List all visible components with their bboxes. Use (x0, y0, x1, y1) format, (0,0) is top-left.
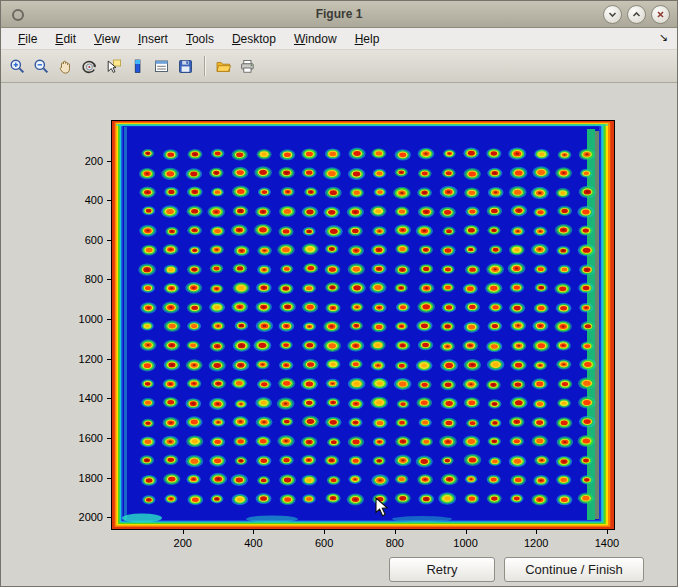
menu-view[interactable]: View (85, 32, 129, 46)
y-tick-label: 1600 (79, 432, 103, 444)
y-tick-label: 400 (85, 194, 103, 206)
menu-insert[interactable]: Insert (129, 32, 177, 46)
menu-edit[interactable]: Edit (46, 32, 85, 46)
print-icon (239, 58, 256, 75)
x-tick-mark (253, 529, 254, 534)
window-title: Figure 1 (1, 1, 677, 27)
zoom-in-icon (9, 58, 26, 75)
legend-icon (153, 58, 170, 75)
heatmap-image[interactable] (112, 121, 614, 529)
figure-canvas: 2004006008001000120014001600180020002004… (1, 83, 677, 586)
retry-button[interactable]: Retry (389, 557, 495, 582)
rotate-3d-button[interactable] (78, 54, 101, 78)
y-tick-label: 600 (85, 234, 103, 246)
chevron-up-icon (631, 9, 642, 20)
titlebar[interactable]: Figure 1 (1, 1, 677, 28)
pan-hand-icon (57, 58, 74, 75)
y-tick-mark (107, 398, 112, 399)
x-tick-mark (395, 529, 396, 534)
x-tick-mark (466, 529, 467, 534)
y-tick-label: 1000 (79, 313, 103, 325)
figure-window: Figure 1 File Edit View Insert Tools Des… (0, 0, 678, 587)
y-tick-mark (107, 438, 112, 439)
y-tick-label: 1800 (79, 472, 103, 484)
x-tick-label: 600 (315, 537, 333, 549)
colorbar-icon (129, 58, 146, 75)
x-tick-mark (607, 529, 608, 534)
x-tick-mark (536, 529, 537, 534)
insert-colorbar-button[interactable] (126, 54, 149, 78)
y-tick-mark (107, 240, 112, 241)
x-tick-mark (183, 529, 184, 534)
zoom-in-button[interactable] (6, 54, 29, 78)
minimize-button[interactable] (603, 5, 622, 24)
save-icon (177, 58, 194, 75)
y-tick-mark (107, 517, 112, 518)
x-tick-label: 200 (174, 537, 192, 549)
x-tick-label: 800 (386, 537, 404, 549)
window-controls (603, 5, 670, 24)
x-tick-label: 400 (244, 537, 262, 549)
data-cursor-icon (105, 58, 122, 75)
toolbar-separator (204, 56, 205, 76)
close-button[interactable] (651, 5, 670, 24)
y-tick-mark (107, 359, 112, 360)
y-tick-label: 200 (85, 155, 103, 167)
figure-toolbar (1, 50, 677, 83)
zoom-out-icon (33, 58, 50, 75)
x-tick-label: 1200 (524, 537, 548, 549)
y-tick-mark (107, 161, 112, 162)
insert-legend-button[interactable] (150, 54, 173, 78)
menu-file[interactable]: File (9, 32, 46, 46)
chevron-down-icon (607, 9, 618, 20)
y-tick-mark (107, 478, 112, 479)
menu-desktop[interactable]: Desktop (223, 32, 285, 46)
x-tick-mark (324, 529, 325, 534)
x-tick-label: 1400 (595, 537, 619, 549)
y-tick-label: 800 (85, 273, 103, 285)
data-cursor-button[interactable] (102, 54, 125, 78)
open-folder-icon (215, 58, 232, 75)
zoom-out-button[interactable] (30, 54, 53, 78)
continue-finish-button[interactable]: Continue / Finish (504, 557, 644, 582)
y-tick-mark (107, 279, 112, 280)
menubar: File Edit View Insert Tools Desktop Wind… (1, 28, 677, 50)
menu-help[interactable]: Help (346, 32, 389, 46)
y-tick-label: 2000 (79, 511, 103, 523)
open-file-button[interactable] (212, 54, 235, 78)
y-tick-label: 1200 (79, 353, 103, 365)
x-tick-label: 1000 (453, 537, 477, 549)
maximize-button[interactable] (627, 5, 646, 24)
plot-area: 2004006008001000120014001600180020002004… (111, 120, 615, 530)
menu-overflow-icon[interactable]: ↘ (659, 31, 668, 44)
menu-tools[interactable]: Tools (177, 32, 223, 46)
menu-window[interactable]: Window (285, 32, 346, 46)
y-tick-mark (107, 319, 112, 320)
print-button[interactable] (236, 54, 259, 78)
pan-button[interactable] (54, 54, 77, 78)
rotate-3d-icon (81, 58, 98, 75)
close-icon (655, 9, 666, 20)
save-button[interactable] (174, 54, 197, 78)
y-tick-mark (107, 200, 112, 201)
y-tick-label: 1400 (79, 392, 103, 404)
